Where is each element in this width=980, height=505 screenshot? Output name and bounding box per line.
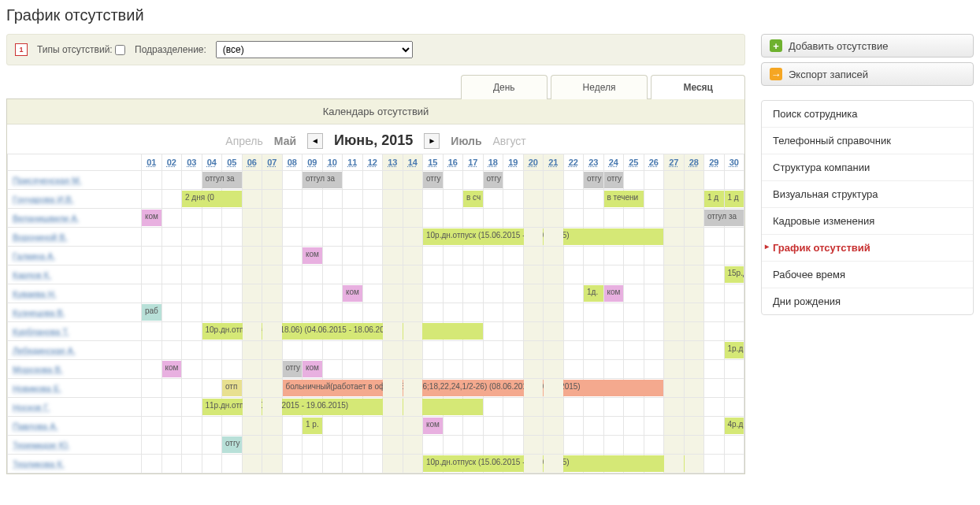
day-cell[interactable]: [242, 322, 262, 341]
day-cell[interactable]: [161, 228, 182, 247]
absence-entry[interactable]: 1 д: [704, 191, 724, 207]
day-cell[interactable]: [523, 360, 544, 379]
day-cell[interactable]: [584, 209, 604, 228]
day-cell[interactable]: [282, 265, 303, 284]
day-cell[interactable]: [563, 436, 584, 455]
day-cell[interactable]: [383, 360, 403, 379]
day-cell[interactable]: ком: [161, 360, 182, 379]
day-cell[interactable]: [664, 379, 685, 398]
day-cell[interactable]: [182, 265, 202, 284]
day-cell[interactable]: [704, 322, 725, 341]
day-header[interactable]: 08: [282, 154, 303, 171]
day-cell[interactable]: [322, 265, 343, 284]
day-cell[interactable]: [584, 379, 604, 398]
day-cell[interactable]: 1 д: [724, 190, 744, 209]
day-cell[interactable]: [242, 398, 262, 417]
day-cell[interactable]: [343, 171, 363, 190]
day-cell[interactable]: [644, 322, 664, 341]
day-cell[interactable]: [242, 455, 262, 473]
day-header[interactable]: 18: [483, 154, 503, 171]
day-cell[interactable]: [724, 322, 744, 341]
day-cell[interactable]: [303, 303, 323, 322]
day-cell[interactable]: [664, 436, 685, 455]
day-cell[interactable]: [322, 247, 343, 265]
day-cell[interactable]: [161, 341, 182, 360]
day-header[interactable]: 22: [563, 154, 584, 171]
day-cell[interactable]: 2 дня (0: [182, 190, 202, 209]
day-cell[interactable]: [362, 190, 383, 209]
day-cell[interactable]: [523, 284, 544, 303]
day-cell[interactable]: [202, 341, 222, 360]
day-cell[interactable]: [624, 190, 644, 209]
day-cell[interactable]: [503, 171, 524, 190]
day-cell[interactable]: [182, 436, 202, 455]
day-cell[interactable]: [443, 228, 463, 247]
day-cell[interactable]: [383, 171, 403, 190]
day-cell[interactable]: [423, 341, 444, 360]
day-cell[interactable]: [242, 171, 262, 190]
day-cell[interactable]: [503, 303, 524, 322]
day-cell[interactable]: [584, 455, 604, 473]
day-cell[interactable]: [343, 455, 363, 473]
day-header[interactable]: 12: [362, 154, 383, 171]
day-cell[interactable]: [383, 398, 403, 417]
day-cell[interactable]: [322, 228, 343, 247]
day-cell[interactable]: 10р.дн.отпуск (15.06.2015 - 28.06.2015): [423, 455, 444, 473]
day-cell[interactable]: [724, 228, 744, 247]
day-cell[interactable]: [202, 436, 222, 455]
day-cell[interactable]: [443, 209, 463, 228]
day-cell[interactable]: [724, 209, 744, 228]
day-cell[interactable]: [423, 190, 444, 209]
day-cell[interactable]: [704, 303, 725, 322]
day-cell[interactable]: [503, 247, 524, 265]
day-cell[interactable]: [644, 284, 664, 303]
absence-entry[interactable]: ком: [303, 361, 322, 377]
day-cell[interactable]: [362, 209, 383, 228]
day-cell[interactable]: [603, 379, 624, 398]
absence-entry[interactable]: отгу: [484, 172, 503, 188]
day-cell[interactable]: [303, 322, 323, 341]
employee-name[interactable]: Куваева Н.: [8, 284, 142, 303]
day-cell[interactable]: [684, 379, 704, 398]
day-cell[interactable]: [362, 322, 383, 341]
day-header[interactable]: 24: [603, 154, 624, 171]
day-cell[interactable]: [563, 265, 584, 284]
next-month-button[interactable]: ►: [424, 133, 440, 149]
day-cell[interactable]: [724, 247, 744, 265]
day-cell[interactable]: [383, 417, 403, 436]
absence-entry[interactable]: раб: [142, 304, 161, 321]
day-cell[interactable]: 11р.дн.отпуск (04.06.2015 - 19.06.2015): [202, 398, 222, 417]
day-cell[interactable]: [322, 379, 343, 398]
day-cell[interactable]: [684, 171, 704, 190]
nav-item[interactable]: Рабочее время: [762, 262, 973, 288]
day-cell[interactable]: [664, 322, 685, 341]
day-cell[interactable]: [704, 417, 725, 436]
day-cell[interactable]: [624, 379, 644, 398]
day-cell[interactable]: [403, 265, 423, 284]
day-cell[interactable]: [544, 228, 564, 247]
day-cell[interactable]: [644, 455, 664, 473]
day-cell[interactable]: [443, 171, 463, 190]
day-cell[interactable]: [222, 341, 243, 360]
day-cell[interactable]: [182, 171, 202, 190]
day-cell[interactable]: [523, 228, 544, 247]
day-cell[interactable]: [624, 417, 644, 436]
day-cell[interactable]: [423, 265, 444, 284]
day-cell[interactable]: [443, 190, 463, 209]
day-header[interactable]: 02: [161, 154, 182, 171]
absence-entry[interactable]: ком: [423, 418, 443, 434]
day-cell[interactable]: [362, 398, 383, 417]
employee-name[interactable]: Кузнецова В.: [8, 303, 142, 322]
day-cell[interactable]: [483, 190, 503, 209]
absence-entry[interactable]: в сч: [463, 191, 483, 207]
absence-entry[interactable]: ком: [303, 247, 322, 264]
day-cell[interactable]: [343, 417, 363, 436]
day-cell[interactable]: [182, 417, 202, 436]
day-cell[interactable]: [704, 247, 725, 265]
types-checkbox[interactable]: [115, 45, 125, 55]
day-cell[interactable]: [202, 265, 222, 284]
day-cell[interactable]: [303, 209, 323, 228]
day-cell[interactable]: [282, 284, 303, 303]
day-cell[interactable]: [142, 341, 162, 360]
day-cell[interactable]: [403, 341, 423, 360]
